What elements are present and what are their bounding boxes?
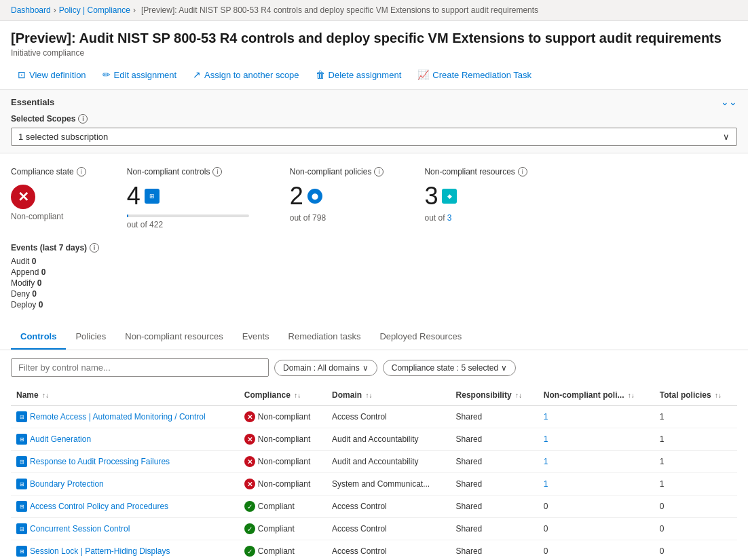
- cell-total-policies: 1: [654, 473, 737, 496]
- cell-non-compliant-policies: 0: [538, 540, 654, 561]
- table-header-row: Name ↑↓ Compliance ↑↓ Domain ↑↓ Responsi…: [11, 385, 737, 406]
- cell-compliance: ✕ Non-compliant: [239, 473, 326, 496]
- cell-domain: System and Communicat...: [326, 473, 450, 496]
- non-compliant-policies-link[interactable]: 1: [544, 434, 548, 444]
- tp-sort-icon[interactable]: ↑↓: [715, 392, 722, 399]
- breadcrumb-dashboard[interactable]: Dashboard: [11, 5, 51, 15]
- control-name-link[interactable]: ⊞ Audit Generation: [16, 434, 233, 445]
- col-non-compliant-policies: Non-compliant poli... ↑↓: [538, 385, 654, 406]
- cell-name: ⊞ Response to Audit Processing Failures: [11, 451, 239, 473]
- page-title: [Preview]: Audit NIST SP 800-53 R4 contr…: [11, 29, 737, 47]
- view-definition-button[interactable]: ⊡ View definition: [11, 66, 93, 83]
- compliance-state-metric: Compliance state i ✕ Non-compliant: [11, 167, 86, 229]
- domain-sort-icon[interactable]: ↑↓: [365, 392, 372, 399]
- table-row: ⊞ Boundary Protection ✕ Non-compliant Sy…: [11, 473, 737, 496]
- policies-sub: out of 798: [290, 213, 384, 223]
- ncp-sort-icon[interactable]: ↑↓: [628, 392, 635, 399]
- control-name-link[interactable]: ⊞ Boundary Protection: [16, 479, 233, 489]
- cell-domain: Audit and Accountability: [326, 451, 450, 473]
- cell-compliance: ✓ Compliant: [239, 496, 326, 518]
- cell-domain: Access Control: [326, 540, 450, 561]
- assign-to-scope-button[interactable]: ↗ Assign to another scope: [186, 66, 305, 83]
- cell-name: ⊞ Boundary Protection: [11, 473, 239, 496]
- delete-icon: 🗑: [316, 69, 325, 80]
- breadcrumb-policy-compliance[interactable]: Policy | Compliance: [59, 5, 130, 15]
- compliance-info-icon[interactable]: i: [77, 167, 86, 176]
- domain-filter-chip[interactable]: Domain : All domains ∨: [274, 360, 377, 376]
- scope-label: Selected Scopes i: [11, 114, 737, 124]
- dropdown-chevron-icon: ∨: [723, 132, 730, 142]
- non-compliant-policies-metric: Non-compliant policies i 2 ⬤ out of 798: [290, 167, 384, 229]
- essentials-title: Essentials: [11, 97, 54, 107]
- compliance-filter-chip[interactable]: Compliance state : 5 selected ∨: [383, 360, 516, 376]
- col-name: Name ↑↓: [11, 385, 239, 406]
- scope-info-icon[interactable]: i: [78, 114, 88, 124]
- cell-responsibility: Shared: [451, 406, 538, 428]
- control-name-link[interactable]: ⊞ Session Lock | Pattern-Hiding Displays: [16, 546, 233, 557]
- compliance-sort-icon[interactable]: ↑↓: [294, 392, 301, 399]
- tab-events[interactable]: Events: [233, 324, 279, 350]
- table-row: ⊞ Session Lock | Pattern-Hiding Displays…: [11, 540, 737, 561]
- cell-responsibility: Shared: [451, 451, 538, 473]
- assign-icon: ↗: [193, 69, 201, 80]
- events-info-icon[interactable]: i: [90, 243, 99, 253]
- resources-info-icon[interactable]: i: [518, 167, 527, 176]
- responsibility-sort-icon[interactable]: ↑↓: [515, 392, 522, 399]
- resources-sub: out of 3: [424, 213, 527, 223]
- control-name-link[interactable]: ⊞ Concurrent Session Control: [16, 523, 233, 534]
- name-sort-icon[interactable]: ↑↓: [42, 392, 49, 399]
- cell-name: ⊞ Audit Generation: [11, 428, 239, 451]
- cell-compliance: ✕ Non-compliant: [239, 451, 326, 473]
- breadcrumb-current: [Preview]: Audit NIST SP 800-53 R4 contr…: [141, 5, 538, 15]
- tab-remediation-tasks[interactable]: Remediation tasks: [279, 324, 371, 350]
- event-deploy: Deploy 0: [11, 300, 737, 310]
- tab-controls[interactable]: Controls: [11, 324, 66, 350]
- edit-icon: ✏: [102, 69, 111, 80]
- row-control-icon: ⊞: [16, 411, 27, 422]
- non-compliant-policies-link[interactable]: 1: [544, 479, 548, 489]
- cell-total-policies: 1: [654, 451, 737, 473]
- controls-sub: out of 422: [127, 220, 249, 229]
- edit-assignment-button[interactable]: ✏ Edit assignment: [96, 66, 184, 83]
- row-control-icon: ⊞: [16, 456, 27, 467]
- controls-progress: [127, 214, 249, 217]
- tab-deployed-resources[interactable]: Deployed Resources: [370, 324, 471, 350]
- control-name-link[interactable]: ⊞ Remote Access | Automated Monitoring /…: [16, 411, 233, 422]
- collapse-icon[interactable]: ⌄⌄: [721, 96, 737, 107]
- event-append: Append 0: [11, 267, 737, 277]
- control-name-link[interactable]: ⊞ Response to Audit Processing Failures: [16, 456, 233, 467]
- create-remediation-button[interactable]: 📈 Create Remediation Task: [411, 66, 538, 83]
- essentials-section: Essentials ⌄⌄ Selected Scopes i 1 select…: [0, 90, 748, 153]
- non-compliant-policies-link[interactable]: 1: [544, 457, 548, 466]
- cell-total-policies: 0: [654, 496, 737, 518]
- cell-name: ⊞ Session Lock | Pattern-Hiding Displays: [11, 540, 239, 561]
- page-header: [Preview]: Audit NIST SP 800-53 R4 contr…: [0, 21, 748, 60]
- filter-control-name-input[interactable]: [11, 358, 269, 377]
- cell-responsibility: Shared: [451, 428, 538, 451]
- control-name-link[interactable]: ⊞ Access Control Policy and Procedures: [16, 501, 233, 512]
- table-row: ⊞ Remote Access | Automated Monitoring /…: [11, 406, 737, 428]
- controls-icon: ⊞: [145, 189, 160, 204]
- cell-compliance: ✓ Compliant: [239, 518, 326, 540]
- policies-info-icon[interactable]: i: [374, 167, 384, 176]
- tab-policies[interactable]: Policies: [66, 324, 115, 350]
- cell-total-policies: 0: [654, 540, 737, 561]
- delete-assignment-button[interactable]: 🗑 Delete assignment: [309, 66, 409, 83]
- cell-non-compliant-policies: 1: [538, 406, 654, 428]
- non-compliant-policies-link[interactable]: 1: [544, 412, 548, 422]
- cell-domain: Audit and Accountability: [326, 428, 450, 451]
- filter-bar: Domain : All domains ∨ Compliance state …: [0, 350, 748, 385]
- cell-responsibility: Shared: [451, 496, 538, 518]
- status-noncompliant-icon: ✕: [244, 411, 255, 422]
- scope-dropdown[interactable]: 1 selected subscription ∨: [11, 128, 737, 146]
- controls-info-icon[interactable]: i: [212, 167, 222, 176]
- non-compliant-controls-metric: Non-compliant controls i 4 ⊞ out of 422: [127, 167, 249, 229]
- breadcrumb: Dashboard › Policy | Compliance › [Previ…: [0, 0, 748, 21]
- controls-table: Name ↑↓ Compliance ↑↓ Domain ↑↓ Responsi…: [11, 385, 737, 560]
- cell-compliance: ✕ Non-compliant: [239, 406, 326, 428]
- cell-responsibility: Shared: [451, 518, 538, 540]
- tab-non-compliant-resources[interactable]: Non-compliant resources: [115, 324, 233, 350]
- resources-out-of-link[interactable]: 3: [447, 213, 452, 223]
- col-total-policies: Total policies ↑↓: [654, 385, 737, 406]
- row-control-icon: ⊞: [16, 434, 27, 445]
